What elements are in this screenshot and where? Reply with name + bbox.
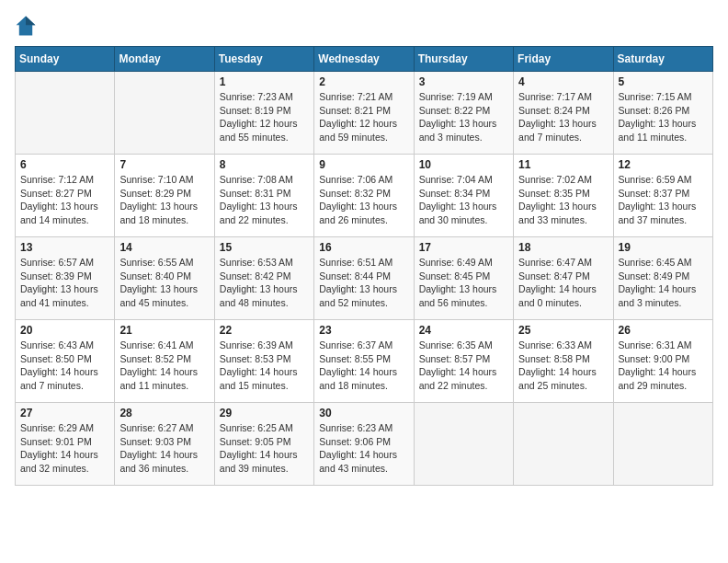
calendar-cell: 10Sunrise: 7:04 AM Sunset: 8:34 PM Dayli… xyxy=(414,155,513,237)
day-number: 23 xyxy=(319,324,408,337)
logo-icon xyxy=(15,15,37,37)
day-detail: Sunrise: 7:06 AM Sunset: 8:32 PM Dayligh… xyxy=(319,173,408,227)
day-number: 18 xyxy=(518,241,608,254)
calendar-cell: 17Sunrise: 6:49 AM Sunset: 8:45 PM Dayli… xyxy=(414,237,513,320)
weekday-header: Monday xyxy=(115,47,214,72)
calendar-cell: 20Sunrise: 6:43 AM Sunset: 8:50 PM Dayli… xyxy=(16,320,115,403)
day-detail: Sunrise: 6:43 AM Sunset: 8:50 PM Dayligh… xyxy=(20,339,109,393)
day-number: 26 xyxy=(619,324,708,337)
calendar-cell xyxy=(414,403,513,486)
day-number: 28 xyxy=(119,407,209,419)
calendar-cell: 16Sunrise: 6:51 AM Sunset: 8:44 PM Dayli… xyxy=(314,237,414,320)
day-number: 4 xyxy=(518,75,608,88)
calendar-cell: 8Sunrise: 7:08 AM Sunset: 8:31 PM Daylig… xyxy=(214,155,313,237)
calendar-cell: 3Sunrise: 7:19 AM Sunset: 8:22 PM Daylig… xyxy=(414,72,513,155)
calendar-cell: 29Sunrise: 6:25 AM Sunset: 9:05 PM Dayli… xyxy=(214,403,313,486)
weekday-header: Saturday xyxy=(613,47,712,72)
page-header xyxy=(15,15,713,37)
weekday-header: Tuesday xyxy=(214,47,313,72)
calendar-cell: 11Sunrise: 7:02 AM Sunset: 8:35 PM Dayli… xyxy=(514,155,613,237)
calendar-cell xyxy=(16,72,115,155)
day-detail: Sunrise: 6:29 AM Sunset: 9:01 PM Dayligh… xyxy=(20,421,109,476)
day-detail: Sunrise: 7:12 AM Sunset: 8:27 PM Dayligh… xyxy=(20,173,109,227)
calendar-cell: 25Sunrise: 6:33 AM Sunset: 8:58 PM Dayli… xyxy=(514,320,613,403)
calendar-cell: 1Sunrise: 7:23 AM Sunset: 8:19 PM Daylig… xyxy=(214,72,313,155)
weekday-header: Friday xyxy=(514,47,613,72)
calendar-table: SundayMondayTuesdayWednesdayThursdayFrid… xyxy=(15,46,713,486)
day-detail: Sunrise: 6:57 AM Sunset: 8:39 PM Dayligh… xyxy=(20,256,109,310)
day-number: 20 xyxy=(20,324,109,337)
calendar-cell: 30Sunrise: 6:23 AM Sunset: 9:06 PM Dayli… xyxy=(314,403,414,486)
calendar-cell: 2Sunrise: 7:21 AM Sunset: 8:21 PM Daylig… xyxy=(314,72,414,155)
calendar-cell: 19Sunrise: 6:45 AM Sunset: 8:49 PM Dayli… xyxy=(613,237,712,320)
calendar-week-row: 6Sunrise: 7:12 AM Sunset: 8:27 PM Daylig… xyxy=(16,155,713,237)
calendar-cell: 28Sunrise: 6:27 AM Sunset: 9:03 PM Dayli… xyxy=(115,403,214,486)
day-number: 16 xyxy=(319,241,408,254)
day-detail: Sunrise: 7:10 AM Sunset: 8:29 PM Dayligh… xyxy=(119,173,209,227)
calendar-cell: 15Sunrise: 6:53 AM Sunset: 8:42 PM Dayli… xyxy=(214,237,313,320)
day-detail: Sunrise: 6:37 AM Sunset: 8:55 PM Dayligh… xyxy=(319,339,408,393)
day-number: 22 xyxy=(220,324,309,337)
day-detail: Sunrise: 7:04 AM Sunset: 8:34 PM Dayligh… xyxy=(419,173,508,227)
day-number: 25 xyxy=(518,324,608,337)
calendar-cell: 5Sunrise: 7:15 AM Sunset: 8:26 PM Daylig… xyxy=(613,72,712,155)
logo xyxy=(15,15,40,37)
day-detail: Sunrise: 6:23 AM Sunset: 9:06 PM Dayligh… xyxy=(319,421,408,476)
day-number: 6 xyxy=(20,158,109,171)
day-number: 14 xyxy=(119,241,209,254)
calendar-cell: 12Sunrise: 6:59 AM Sunset: 8:37 PM Dayli… xyxy=(613,155,712,237)
day-number: 27 xyxy=(20,407,109,419)
calendar-cell: 18Sunrise: 6:47 AM Sunset: 8:47 PM Dayli… xyxy=(514,237,613,320)
day-number: 5 xyxy=(619,75,708,88)
calendar-cell xyxy=(514,403,613,486)
calendar-cell: 14Sunrise: 6:55 AM Sunset: 8:40 PM Dayli… xyxy=(115,237,214,320)
day-detail: Sunrise: 6:59 AM Sunset: 8:37 PM Dayligh… xyxy=(619,173,708,227)
day-detail: Sunrise: 6:33 AM Sunset: 8:58 PM Dayligh… xyxy=(518,339,608,393)
calendar-cell: 21Sunrise: 6:41 AM Sunset: 8:52 PM Dayli… xyxy=(115,320,214,403)
calendar-cell: 13Sunrise: 6:57 AM Sunset: 8:39 PM Dayli… xyxy=(16,237,115,320)
day-detail: Sunrise: 7:17 AM Sunset: 8:24 PM Dayligh… xyxy=(518,90,608,144)
weekday-header: Sunday xyxy=(16,47,115,72)
day-detail: Sunrise: 6:35 AM Sunset: 8:57 PM Dayligh… xyxy=(419,339,508,393)
day-detail: Sunrise: 6:39 AM Sunset: 8:53 PM Dayligh… xyxy=(220,339,309,393)
calendar-cell xyxy=(115,72,214,155)
calendar-cell: 26Sunrise: 6:31 AM Sunset: 9:00 PM Dayli… xyxy=(613,320,712,403)
calendar-cell: 7Sunrise: 7:10 AM Sunset: 8:29 PM Daylig… xyxy=(115,155,214,237)
calendar-week-row: 1Sunrise: 7:23 AM Sunset: 8:19 PM Daylig… xyxy=(16,72,713,155)
calendar-cell: 23Sunrise: 6:37 AM Sunset: 8:55 PM Dayli… xyxy=(314,320,414,403)
day-number: 2 xyxy=(319,75,408,88)
calendar-week-row: 13Sunrise: 6:57 AM Sunset: 8:39 PM Dayli… xyxy=(16,237,713,320)
weekday-header: Thursday xyxy=(414,47,513,72)
day-detail: Sunrise: 6:53 AM Sunset: 8:42 PM Dayligh… xyxy=(220,256,309,310)
weekday-header-row: SundayMondayTuesdayWednesdayThursdayFrid… xyxy=(16,47,713,72)
day-detail: Sunrise: 6:41 AM Sunset: 8:52 PM Dayligh… xyxy=(119,339,209,393)
weekday-header: Wednesday xyxy=(314,47,414,72)
calendar-cell: 4Sunrise: 7:17 AM Sunset: 8:24 PM Daylig… xyxy=(514,72,613,155)
day-number: 9 xyxy=(319,158,408,171)
day-number: 7 xyxy=(119,158,209,171)
day-detail: Sunrise: 6:45 AM Sunset: 8:49 PM Dayligh… xyxy=(619,256,708,310)
day-detail: Sunrise: 7:21 AM Sunset: 8:21 PM Dayligh… xyxy=(319,90,408,144)
day-detail: Sunrise: 6:31 AM Sunset: 9:00 PM Dayligh… xyxy=(619,339,708,393)
day-detail: Sunrise: 6:25 AM Sunset: 9:05 PM Dayligh… xyxy=(220,421,309,476)
day-detail: Sunrise: 7:23 AM Sunset: 8:19 PM Dayligh… xyxy=(220,90,309,144)
day-number: 1 xyxy=(220,75,309,88)
calendar-cell: 22Sunrise: 6:39 AM Sunset: 8:53 PM Dayli… xyxy=(214,320,313,403)
day-detail: Sunrise: 6:47 AM Sunset: 8:47 PM Dayligh… xyxy=(518,256,608,310)
day-number: 30 xyxy=(319,407,408,419)
day-detail: Sunrise: 7:08 AM Sunset: 8:31 PM Dayligh… xyxy=(220,173,309,227)
day-detail: Sunrise: 7:02 AM Sunset: 8:35 PM Dayligh… xyxy=(518,173,608,227)
day-detail: Sunrise: 7:19 AM Sunset: 8:22 PM Dayligh… xyxy=(419,90,508,144)
day-number: 8 xyxy=(220,158,309,171)
calendar-cell xyxy=(613,403,712,486)
day-number: 24 xyxy=(419,324,508,337)
day-number: 11 xyxy=(518,158,608,171)
calendar-cell: 6Sunrise: 7:12 AM Sunset: 8:27 PM Daylig… xyxy=(16,155,115,237)
day-detail: Sunrise: 6:55 AM Sunset: 8:40 PM Dayligh… xyxy=(119,256,209,310)
day-number: 12 xyxy=(619,158,708,171)
day-detail: Sunrise: 6:51 AM Sunset: 8:44 PM Dayligh… xyxy=(319,256,408,310)
day-number: 10 xyxy=(419,158,508,171)
day-number: 17 xyxy=(419,241,508,254)
calendar-cell: 9Sunrise: 7:06 AM Sunset: 8:32 PM Daylig… xyxy=(314,155,414,237)
calendar-week-row: 20Sunrise: 6:43 AM Sunset: 8:50 PM Dayli… xyxy=(16,320,713,403)
